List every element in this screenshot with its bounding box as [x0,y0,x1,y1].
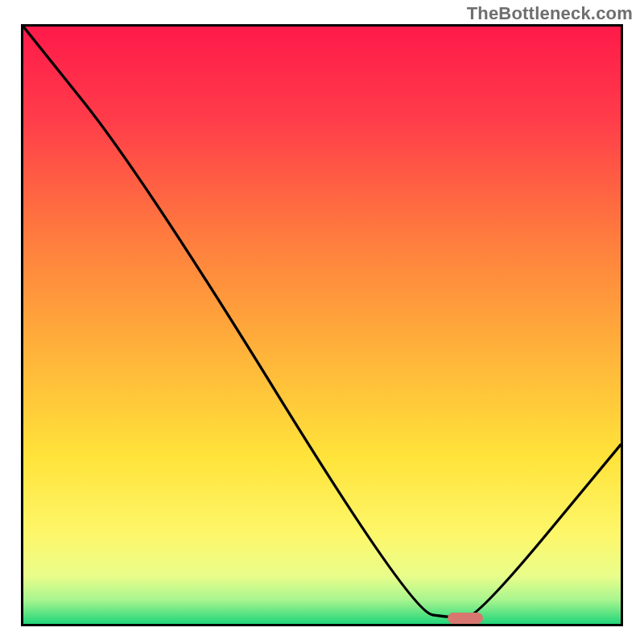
optimal-marker [448,613,483,624]
curve-path [23,27,621,618]
bottleneck-chart [21,24,623,626]
bottleneck-curve [23,27,621,624]
watermark-text: TheBottleneck.com [467,3,633,24]
